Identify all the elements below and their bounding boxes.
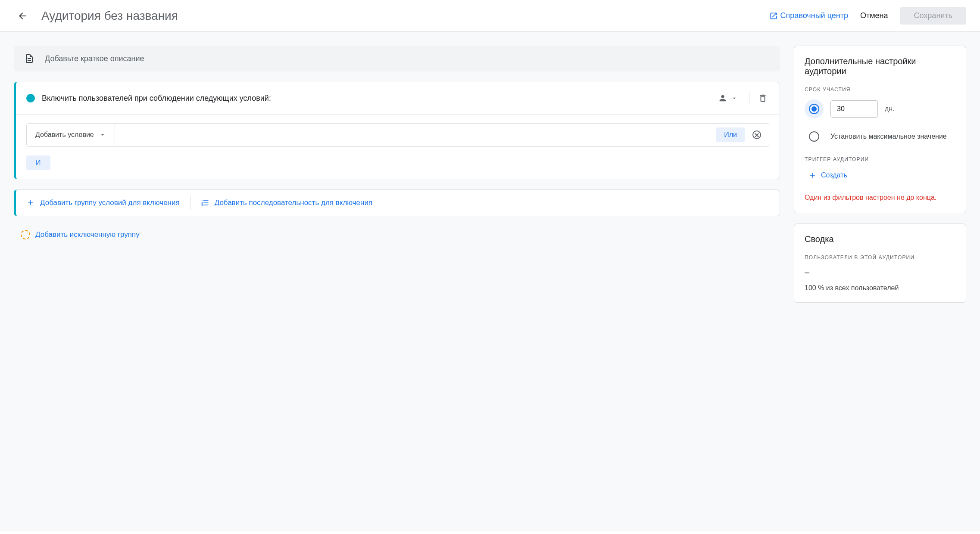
duration-unit-label: дн. <box>885 105 895 113</box>
duration-max-radio[interactable] <box>809 131 819 142</box>
description-placeholder: Добавьте краткое описание <box>45 54 144 63</box>
condition-spacer <box>115 124 709 146</box>
cancel-button[interactable]: Отмена <box>860 11 888 20</box>
page-header: Аудитория без названия Справочный центр … <box>0 0 980 32</box>
include-group-card: Включить пользователей при соблюдении сл… <box>14 82 780 179</box>
summary-panel: Сводка ПОЛЬЗОВАТЕЛИ В ЭТОЙ АУДИТОРИИ – 1… <box>794 224 966 303</box>
include-group-title: Включить пользователей при соблюдении сл… <box>42 94 714 103</box>
delete-group-button[interactable] <box>756 92 769 105</box>
include-indicator-dot <box>26 94 35 102</box>
create-trigger-button[interactable]: Создать <box>808 171 847 180</box>
summary-percent-text: 100 % из всех пользователей <box>805 284 955 292</box>
page-body: Добавьте краткое описание Включить польз… <box>0 32 980 531</box>
dashed-circle-icon <box>21 230 30 239</box>
scope-selector[interactable] <box>714 91 742 106</box>
radio-inner-dot <box>811 106 817 112</box>
arrow-back-icon <box>17 11 28 21</box>
header-divider <box>749 92 749 104</box>
help-center-label: Справочный центр <box>780 11 848 20</box>
plus-icon <box>26 199 35 207</box>
condition-or-area: Или <box>709 124 769 146</box>
duration-max-radio-halo <box>805 127 824 146</box>
add-exclude-group-button[interactable]: Добавить исключенную группу <box>14 227 780 243</box>
duration-max-label: Установить максимальное значение <box>830 133 947 140</box>
and-chip-wrapper: И <box>16 155 780 179</box>
duration-days-radio-halo <box>805 99 824 118</box>
chevron-down-icon <box>99 131 106 138</box>
summary-panel-title: Сводка <box>805 234 955 244</box>
summary-users-label: ПОЛЬЗОВАТЕЛИ В ЭТОЙ АУДИТОРИИ <box>805 255 955 261</box>
help-center-link[interactable]: Справочный центр <box>769 11 848 20</box>
description-input[interactable]: Добавьте краткое описание <box>14 46 780 71</box>
duration-max-radio-row: Установить максимальное значение <box>805 127 955 146</box>
duration-days-radio[interactable] <box>809 104 819 114</box>
summary-users-value: – <box>805 267 955 277</box>
include-group-header: Включить пользователей при соблюдении сл… <box>16 82 780 115</box>
duration-days-input[interactable] <box>830 100 878 118</box>
duration-radio-row: дн. <box>805 99 955 118</box>
back-button[interactable] <box>14 7 31 25</box>
condition-body: Добавить условие Или <box>16 115 780 155</box>
add-sequence-label: Добавить последовательность для включени… <box>215 199 372 207</box>
and-chip[interactable]: И <box>26 155 50 170</box>
add-condition-group-label: Добавить группу условий для включения <box>40 199 180 207</box>
or-chip[interactable]: Или <box>716 127 745 142</box>
remove-condition-button[interactable] <box>752 130 762 140</box>
close-circle-icon <box>752 130 762 140</box>
trigger-section-label: ТРИГГЕР АУДИТОРИИ <box>805 156 955 162</box>
save-button[interactable]: Сохранить <box>900 7 966 25</box>
add-sequence-button[interactable]: Добавить последовательность для включени… <box>190 190 383 216</box>
chevron-down-icon <box>731 95 738 102</box>
sidebar-column: Дополнительные настройки аудитории СРОК … <box>794 46 966 518</box>
sequence-icon <box>201 199 209 207</box>
create-trigger-label: Создать <box>821 171 847 179</box>
settings-panel-title: Дополнительные настройки аудитории <box>805 56 955 76</box>
add-include-actions-card: Добавить группу условий для включения До… <box>14 189 780 216</box>
description-icon <box>24 53 34 64</box>
settings-panel: Дополнительные настройки аудитории СРОК … <box>794 46 966 213</box>
trigger-section: ТРИГГЕР АУДИТОРИИ Создать <box>805 156 955 181</box>
user-icon <box>718 93 727 103</box>
filter-error-message: Один из фильтров настроен не до конца. <box>805 193 955 202</box>
add-condition-button[interactable]: Добавить условие <box>27 124 115 146</box>
plus-icon <box>808 171 817 180</box>
add-condition-group-button[interactable]: Добавить группу условий для включения <box>16 190 190 216</box>
membership-duration-label: СРОК УЧАСТИЯ <box>805 87 955 93</box>
builder-column: Добавьте краткое описание Включить польз… <box>14 46 780 518</box>
trash-icon <box>758 93 768 103</box>
open-external-icon <box>769 12 778 20</box>
page-title[interactable]: Аудитория без названия <box>41 9 769 23</box>
add-exclude-group-label: Добавить исключенную группу <box>35 230 140 239</box>
condition-row: Добавить условие Или <box>26 123 769 147</box>
add-condition-label: Добавить условие <box>35 130 94 140</box>
